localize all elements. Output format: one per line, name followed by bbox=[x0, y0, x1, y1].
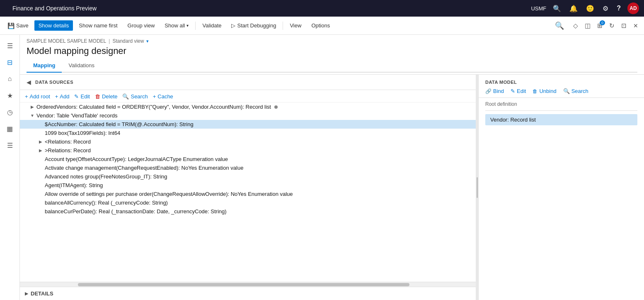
tree-item-vendor[interactable]: ▼ Vendor: Table 'VendTable' records bbox=[20, 111, 476, 120]
sidebar-toggle-button[interactable]: ◫ bbox=[582, 20, 593, 31]
settings-button[interactable]: ⚙ bbox=[601, 4, 610, 13]
delete-button[interactable]: 🗑 Delete bbox=[95, 93, 118, 100]
filter-button[interactable]: ⊟ bbox=[2, 55, 17, 70]
cache-button[interactable]: + Cache bbox=[153, 93, 173, 100]
tree-item-tax1099[interactable]: 1099 box(Tax1099Fields): Int64 bbox=[20, 129, 476, 137]
validate-button[interactable]: Validate bbox=[198, 20, 225, 31]
global-search-button[interactable]: 🔍 bbox=[551, 4, 563, 13]
grid-menu-button[interactable] bbox=[5, 7, 8, 9]
diamond-icon-button[interactable]: ◇ bbox=[571, 20, 581, 31]
tree-label: balanceCurPerDate(): Real (_transactionD… bbox=[45, 208, 227, 215]
tree-item-ordered-vendors[interactable]: ▶ OrderedVendors: Calculated field = ORD… bbox=[20, 102, 476, 111]
options-button[interactable]: Options bbox=[307, 20, 334, 31]
close-button[interactable]: ✕ bbox=[631, 21, 641, 31]
expand-icon[interactable]: ▶ bbox=[36, 139, 45, 144]
tree-label: $AccNumber: Calculated field = TRIM(@.Ac… bbox=[45, 121, 194, 127]
tree-item-account-type[interactable]: Account type(OffsetAccountType): LedgerJ… bbox=[20, 155, 476, 163]
page-header: SAMPLE MODEL SAMPLE MODEL | Standard vie… bbox=[20, 35, 644, 75]
scroll-thumb[interactable] bbox=[78, 283, 409, 286]
datasources-panel: ◀ DATA SOURCES + Add root + Add ✎ Edit bbox=[20, 75, 476, 300]
group-view-button[interactable]: Group view bbox=[123, 20, 159, 31]
tree-label: <Relations: Record bbox=[45, 139, 91, 145]
ds-collapse-button[interactable]: ◀ bbox=[25, 78, 33, 86]
refresh-button[interactable]: ↻ bbox=[607, 20, 617, 31]
add-label: Add bbox=[60, 93, 69, 100]
tab-validations[interactable]: Validations bbox=[62, 59, 101, 73]
expand-icon[interactable]: ▶ bbox=[28, 105, 36, 109]
tree-item-balance-cur[interactable]: balanceCurPerDate(): Real (_transactionD… bbox=[20, 207, 476, 216]
toolbar-right-icons: ◇ ◫ 0 ⊞ ↻ ⊡ ✕ bbox=[571, 20, 641, 31]
favorites-button[interactable]: ★ bbox=[2, 88, 17, 103]
search-button[interactable]: 🔍 Search bbox=[122, 93, 148, 100]
unbind-button[interactable]: 🗑 Unbind bbox=[533, 88, 556, 94]
delete-label: Delete bbox=[102, 93, 118, 100]
cache-icon: + bbox=[153, 93, 156, 100]
add-root-label: Add root bbox=[30, 93, 50, 100]
expand-button[interactable]: ⊡ bbox=[619, 20, 629, 31]
show-details-button[interactable]: Show details bbox=[34, 20, 73, 31]
start-debugging-label: Start Debugging bbox=[237, 22, 276, 29]
data-model-header: DATA MODEL 🔗 Bind ✎ Edit 🗑 Unbind bbox=[479, 75, 644, 98]
tree-label: Account type(OffsetAccountType): LedgerJ… bbox=[45, 156, 228, 162]
tree-item-activate-change[interactable]: Activate change management(ChangeRequest… bbox=[20, 163, 476, 172]
dm-edit-icon: ✎ bbox=[511, 88, 515, 94]
dot-indicator bbox=[274, 105, 278, 109]
add-root-icon: + bbox=[25, 93, 28, 100]
search-icon: 🔍 bbox=[122, 93, 129, 100]
dm-search-button[interactable]: 🔍 Search bbox=[563, 88, 588, 94]
add-button[interactable]: + Add bbox=[55, 93, 70, 100]
details-bar[interactable]: ▶ DETAILS bbox=[20, 287, 476, 300]
home-button[interactable]: ⌂ bbox=[2, 71, 17, 86]
tree-item-balance-all[interactable]: balanceAllCurrency(): Real (_currencyCod… bbox=[20, 198, 476, 207]
avatar[interactable]: AD bbox=[627, 2, 639, 14]
view-button[interactable]: View bbox=[286, 20, 305, 31]
dm-vendor-record[interactable]: Vendor: Record list bbox=[485, 114, 637, 125]
expand-icon[interactable]: ▶ bbox=[36, 148, 45, 153]
help-button[interactable]: ? bbox=[615, 4, 622, 13]
datasources-title: DATA SOURCES bbox=[35, 80, 471, 85]
content-area: SAMPLE MODEL SAMPLE MODEL | Standard vie… bbox=[20, 35, 644, 300]
tree-label: 1099 box(Tax1099Fields): Int64 bbox=[45, 130, 120, 136]
modules-button[interactable]: ☰ bbox=[2, 138, 17, 153]
datasources-header: ◀ DATA SOURCES bbox=[20, 75, 476, 90]
breadcrumb-separator: | bbox=[109, 38, 110, 44]
tree-list[interactable]: ▶ OrderedVendors: Calculated field = ORD… bbox=[20, 102, 476, 282]
start-debugging-button[interactable]: ▷ Start Debugging bbox=[227, 20, 280, 31]
user-button[interactable]: 🙂 bbox=[584, 4, 596, 13]
data-model-content: Root definition Vendor: Record list bbox=[479, 98, 644, 300]
show-all-label: Show all bbox=[165, 22, 185, 29]
tree-label: OrderedVendors: Calculated field = ORDER… bbox=[36, 104, 271, 110]
tab-mapping[interactable]: Mapping bbox=[27, 59, 62, 73]
workspaces-button[interactable]: ▦ bbox=[2, 121, 17, 136]
tree-item-advanced-notes[interactable]: Advanced notes group(FreeNotesGroup_IT):… bbox=[20, 172, 476, 181]
tree-item-acc-number[interactable]: $AccNumber: Calculated field = TRIM(@.Ac… bbox=[20, 120, 476, 129]
top-bar-right: USMF 🔍 🔔 🙂 ⚙ ? AD bbox=[531, 2, 639, 14]
tree-item-relations-lt[interactable]: ▶ <Relations: Record bbox=[20, 137, 476, 146]
details-label: DETAILS bbox=[31, 290, 53, 297]
collapse-icon[interactable]: ▼ bbox=[28, 113, 36, 118]
debug-icon: ▷ bbox=[231, 22, 235, 29]
tree-item-relations-gt[interactable]: ▶ >Relations: Record bbox=[20, 146, 476, 155]
dm-edit-button[interactable]: ✎ Edit bbox=[511, 88, 526, 94]
dm-search-icon: 🔍 bbox=[563, 88, 570, 94]
bind-button[interactable]: 🔗 Bind bbox=[485, 88, 504, 94]
save-button[interactable]: 💾 Save bbox=[3, 20, 33, 31]
edit-button[interactable]: ✎ Edit bbox=[74, 93, 90, 100]
chevron-down-icon: ▾ bbox=[186, 23, 189, 28]
badge-button[interactable]: 0 ⊞ bbox=[595, 20, 605, 31]
horizontal-scrollbar[interactable] bbox=[20, 282, 476, 287]
add-root-button[interactable]: + Add root bbox=[25, 93, 50, 100]
add-icon: + bbox=[55, 93, 58, 100]
dm-separator bbox=[485, 110, 637, 111]
show-name-first-button[interactable]: Show name first bbox=[75, 20, 121, 31]
delete-icon: 🗑 bbox=[95, 93, 100, 100]
toolbar-search-button[interactable]: 🔍 bbox=[552, 20, 567, 32]
notifications-button[interactable]: 🔔 bbox=[568, 4, 579, 13]
tree-item-allow-override[interactable]: Allow override of settings per purchase … bbox=[20, 190, 476, 198]
show-all-button[interactable]: Show all ▾ bbox=[160, 20, 193, 31]
recent-button[interactable]: ◷ bbox=[2, 105, 17, 120]
tree-label: >Relations: Record bbox=[45, 147, 91, 154]
menu-button[interactable]: ☰ bbox=[2, 38, 17, 53]
tree-item-agent[interactable]: Agent(ITMAgent): String bbox=[20, 181, 476, 190]
details-chevron-icon: ▶ bbox=[25, 291, 28, 296]
